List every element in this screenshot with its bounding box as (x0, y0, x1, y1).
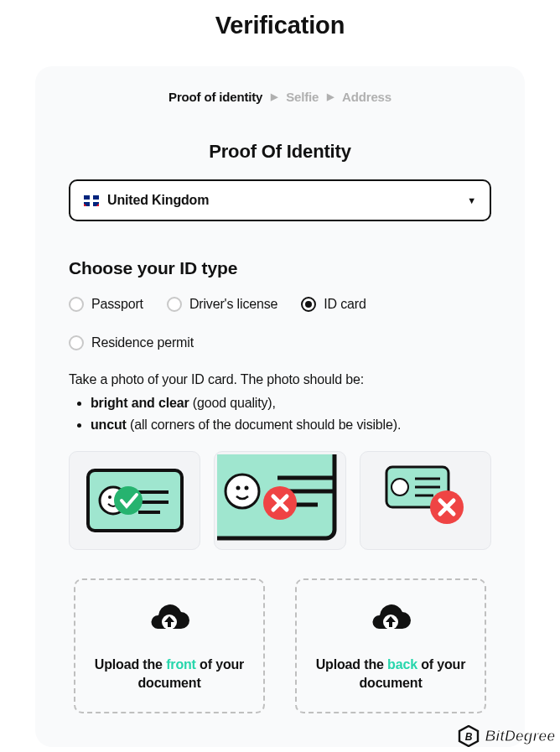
upload-row: Upload the front of your document Upload… (69, 578, 491, 713)
text: Upload the (95, 657, 166, 672)
requirement-strong: bright and clear (91, 396, 189, 410)
bitdegree-watermark: B BitDegree (458, 725, 555, 747)
cloud-upload-icon (312, 604, 469, 640)
verification-card: Proof of identity ▶ Selfie ▶ Address Pro… (35, 66, 525, 747)
country-name: United Kingdom (107, 193, 459, 208)
requirement-bright: bright and clear (good quality), (91, 396, 491, 411)
flag-uk-icon (84, 195, 99, 206)
photo-requirements: bright and clear (good quality), uncut (… (69, 396, 491, 433)
id-card-good-icon (85, 467, 185, 534)
radio-passport[interactable]: Passport (69, 297, 143, 312)
chevron-right-icon: ▶ (327, 91, 334, 102)
radio-icon (301, 297, 316, 312)
svg-point-7 (114, 486, 143, 515)
example-bad-small (360, 451, 491, 550)
chevron-right-icon: ▶ (271, 91, 277, 102)
id-card-small-icon (366, 459, 484, 542)
step-selfie: Selfie (286, 90, 319, 104)
upload-front-text: Upload the front of your document (91, 656, 248, 692)
radio-drivers-license[interactable]: Driver's license (167, 297, 277, 312)
highlight-front: front (166, 657, 196, 672)
step-address: Address (342, 90, 391, 104)
chevron-down-icon: ▼ (467, 195, 476, 205)
id-type-radios: Passport Driver's license ID card Reside… (69, 297, 491, 350)
requirement-uncut: uncut (all corners of the document shoul… (91, 417, 491, 433)
upload-back-button[interactable]: Upload the back of your document (295, 578, 486, 713)
section-title: Proof Of Identity (69, 141, 491, 163)
svg-point-11 (244, 486, 248, 490)
radio-label: Passport (91, 297, 143, 312)
photo-instructions: Take a photo of your ID card. The photo … (69, 372, 491, 387)
radio-icon (167, 297, 182, 312)
requirement-strong: uncut (91, 417, 127, 432)
choose-id-type-title: Choose your ID type (69, 258, 491, 278)
radio-id-card[interactable]: ID card (301, 297, 366, 312)
requirement-rest: (all corners of the document should be v… (127, 417, 401, 432)
radio-residence-permit[interactable]: Residence permit (69, 335, 194, 350)
highlight-back: back (387, 657, 417, 672)
radio-label: ID card (324, 297, 366, 312)
step-proof-of-identity: Proof of identity (169, 90, 262, 104)
upload-front-button[interactable]: Upload the front of your document (74, 578, 265, 713)
cloud-upload-icon (91, 604, 248, 640)
upload-back-text: Upload the back of your document (312, 656, 469, 692)
svg-point-10 (236, 486, 240, 490)
text: Upload the (316, 657, 387, 672)
watermark-text: BitDegree (485, 728, 555, 745)
example-good (69, 451, 200, 550)
progress-steps: Proof of identity ▶ Selfie ▶ Address (69, 90, 491, 104)
bitdegree-logo-icon: B (458, 725, 480, 747)
svg-text:B: B (465, 731, 473, 743)
radio-label: Driver's license (189, 297, 277, 312)
requirement-rest: (good quality), (189, 396, 275, 410)
radio-label: Residence permit (91, 335, 194, 350)
svg-point-17 (391, 479, 408, 495)
svg-point-9 (226, 475, 259, 508)
id-card-cropped-icon (217, 454, 343, 547)
country-select[interactable]: United Kingdom ▼ (69, 179, 491, 221)
example-bad-cropped (214, 451, 345, 550)
svg-point-2 (108, 495, 111, 499)
page-title: Verification (0, 0, 560, 66)
radio-icon (69, 335, 84, 350)
radio-icon (69, 297, 84, 312)
example-images (69, 451, 491, 550)
